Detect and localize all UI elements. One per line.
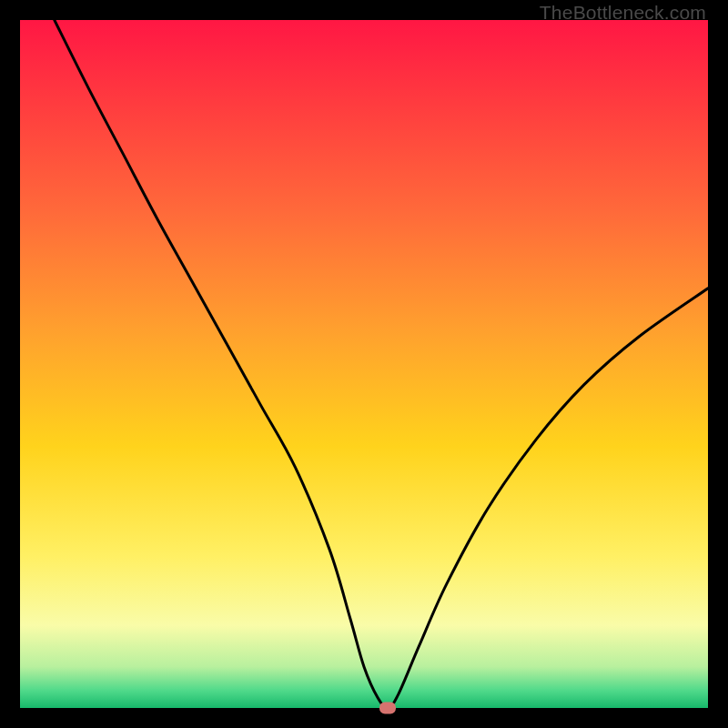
chart-frame [20, 20, 708, 708]
chart-background [20, 20, 708, 708]
optimum-marker [379, 703, 396, 714]
